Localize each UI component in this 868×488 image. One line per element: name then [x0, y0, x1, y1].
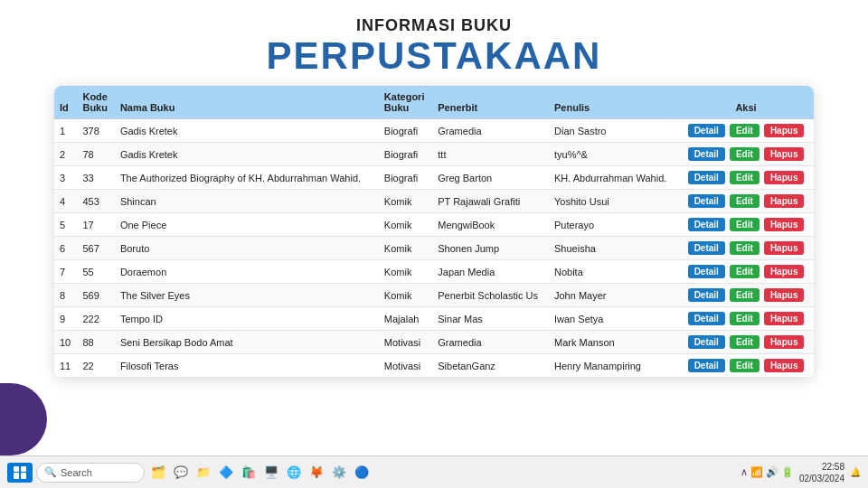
header-title: PERPUSTAKAAN: [0, 35, 868, 77]
edit-button[interactable]: Edit: [730, 335, 760, 349]
clock-time: 22:58: [799, 461, 844, 473]
cell-kategori: Biografi: [379, 119, 432, 143]
tray-wifi: 📶: [750, 466, 763, 478]
edit-button[interactable]: Edit: [730, 241, 760, 255]
cell-aksi: Detail Edit Hapus: [678, 307, 814, 331]
cell-aksi: Detail Edit Hapus: [678, 166, 814, 190]
detail-button[interactable]: Detail: [688, 288, 725, 302]
cell-nama: Gadis Kretek: [115, 119, 379, 143]
detail-button[interactable]: Detail: [688, 241, 725, 255]
cell-nama: Doraemon: [115, 260, 379, 284]
cell-kode: 453: [77, 190, 114, 213]
edit-button[interactable]: Edit: [730, 194, 760, 208]
hapus-button[interactable]: Hapus: [764, 265, 805, 278]
taskbar-icon-chat[interactable]: 💬: [171, 463, 191, 483]
edit-button[interactable]: Edit: [730, 124, 760, 137]
start-button[interactable]: [7, 463, 33, 483]
cell-id: 1: [54, 119, 77, 143]
cell-id: 10: [54, 331, 77, 354]
detail-button[interactable]: Detail: [688, 218, 725, 231]
search-bar[interactable]: 🔍 Search: [36, 463, 145, 483]
taskbar-icon-folder[interactable]: 📁: [193, 463, 213, 483]
cell-kode: 78: [77, 143, 114, 166]
cell-id: 9: [54, 307, 77, 331]
search-label: Search: [61, 467, 92, 478]
col-penulis: Penulis: [549, 86, 678, 119]
hapus-button[interactable]: Hapus: [764, 359, 805, 372]
cell-id: 11: [54, 354, 77, 378]
detail-button[interactable]: Detail: [688, 312, 725, 325]
cell-penulis: Iwan Setya: [549, 307, 678, 331]
cell-nama: The Authorized Biography of KH. Abdurrah…: [115, 166, 379, 190]
cell-penulis: Henry Manampiring: [549, 354, 678, 378]
taskbar-right: ∧ 📶 🔊 🔋 22:58 02/03/2024 🔔: [741, 461, 861, 484]
cell-id: 2: [54, 143, 77, 166]
cell-kode: 569: [77, 284, 114, 307]
tray-notification: 🔔: [850, 467, 861, 477]
cell-penerbit: Gramedia: [432, 331, 549, 354]
page-header: INFORMASI BUKU PERPUSTAKAAN: [0, 0, 868, 86]
table-row: 3 33 The Authorized Biography of KH. Abd…: [54, 166, 814, 190]
table-row: 2 78 Gadis Kretek Biografi ttt tyu%^& De…: [54, 143, 814, 166]
taskbar-icon-store[interactable]: 🛍️: [239, 463, 259, 483]
cell-id: 5: [54, 213, 77, 237]
cell-aksi: Detail Edit Hapus: [678, 190, 814, 213]
hapus-button[interactable]: Hapus: [764, 147, 805, 161]
taskbar-icon-browser[interactable]: 🌐: [284, 463, 304, 483]
taskbar-icon-chrome[interactable]: 🔵: [352, 463, 372, 483]
cell-nama: Tempo ID: [115, 307, 379, 331]
cell-kategori: Komik: [379, 260, 432, 284]
cell-penulis: tyu%^&: [549, 143, 678, 166]
table-header-row: Id KodeBuku Nama Buku KategoriBuku Pener…: [54, 86, 814, 119]
edit-button[interactable]: Edit: [730, 265, 760, 278]
cell-kode: 222: [77, 307, 114, 331]
cell-kode: 22: [77, 354, 114, 378]
table-row: 8 569 The Silver Eyes Komik Penerbit Sch…: [54, 284, 814, 307]
detail-button[interactable]: Detail: [688, 359, 725, 372]
detail-button[interactable]: Detail: [688, 124, 725, 137]
cell-kategori: Motivasi: [379, 354, 432, 378]
detail-button[interactable]: Detail: [688, 194, 725, 208]
detail-button[interactable]: Detail: [688, 335, 725, 349]
cell-nama: Boruto: [115, 237, 379, 260]
tray-speaker: 🔊: [766, 466, 778, 478]
hapus-button[interactable]: Hapus: [764, 124, 805, 137]
hapus-button[interactable]: Hapus: [764, 312, 805, 325]
taskbar-icon-code[interactable]: ⚙️: [329, 463, 349, 483]
cell-penerbit: Shonen Jump: [432, 237, 549, 260]
edit-button[interactable]: Edit: [730, 218, 760, 231]
edit-button[interactable]: Edit: [730, 171, 760, 184]
detail-button[interactable]: Detail: [688, 171, 725, 184]
book-table: Id KodeBuku Nama Buku KategoriBuku Pener…: [54, 86, 814, 378]
edit-button[interactable]: Edit: [730, 312, 760, 325]
hapus-button[interactable]: Hapus: [764, 171, 805, 184]
detail-button[interactable]: Detail: [688, 265, 725, 278]
col-penerbit: Penerbit: [432, 86, 549, 119]
taskbar-icon-edge[interactable]: 🔷: [216, 463, 236, 483]
detail-button[interactable]: Detail: [688, 147, 725, 161]
hapus-button[interactable]: Hapus: [764, 194, 805, 208]
edit-button[interactable]: Edit: [730, 359, 760, 372]
cell-kode: 55: [77, 260, 114, 284]
cell-nama: Seni Bersikap Bodo Amat: [115, 331, 379, 354]
cell-kategori: Komik: [379, 213, 432, 237]
taskbar-icon-vscode[interactable]: 🖥️: [261, 463, 281, 483]
edit-button[interactable]: Edit: [730, 147, 760, 161]
taskbar-icon-widgets[interactable]: 🗂️: [148, 463, 168, 483]
hapus-button[interactable]: Hapus: [764, 241, 805, 255]
cell-kategori: Komik: [379, 237, 432, 260]
cell-aksi: Detail Edit Hapus: [678, 331, 814, 354]
cell-kategori: Komik: [379, 190, 432, 213]
hapus-button[interactable]: Hapus: [764, 335, 805, 349]
cell-aksi: Detail Edit Hapus: [678, 143, 814, 166]
col-id: Id: [54, 86, 77, 119]
hapus-button[interactable]: Hapus: [764, 218, 805, 231]
cell-aksi: Detail Edit Hapus: [678, 354, 814, 378]
edit-button[interactable]: Edit: [730, 288, 760, 302]
cell-kategori: Majalah: [379, 307, 432, 331]
taskbar-icon-firefox[interactable]: 🦊: [307, 463, 326, 483]
tray-icon-1: ∧: [741, 466, 748, 478]
table-container: Id KodeBuku Nama Buku KategoriBuku Pener…: [54, 86, 814, 378]
cell-penerbit: Gramedia: [432, 119, 549, 143]
hapus-button[interactable]: Hapus: [764, 288, 805, 302]
